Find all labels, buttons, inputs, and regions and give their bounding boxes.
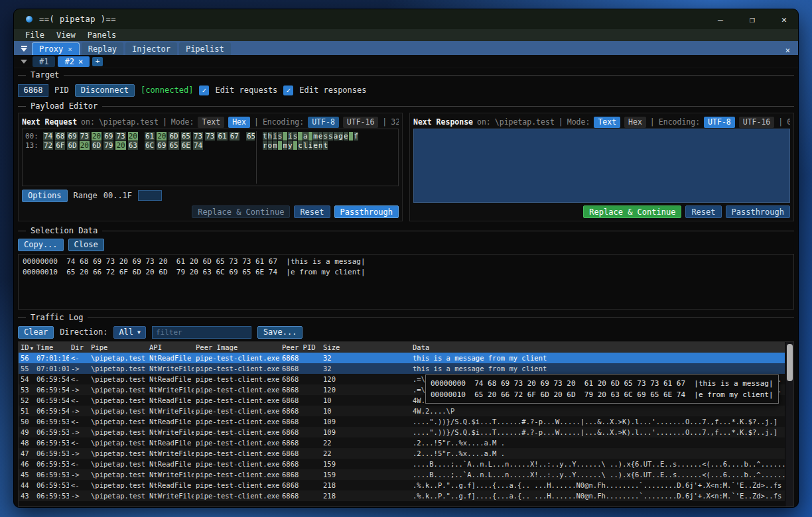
- session-tab-2[interactable]: #2 ×: [58, 56, 90, 67]
- response-utf16-toggle[interactable]: UTF-16: [739, 117, 775, 128]
- tab-injector[interactable]: Injector: [125, 42, 177, 55]
- range-input[interactable]: [138, 190, 162, 201]
- response-mode-hex-toggle[interactable]: Hex: [624, 117, 646, 128]
- menu-view[interactable]: View: [50, 30, 82, 40]
- collapse-tabs-icon[interactable]: [18, 42, 30, 54]
- table-row[interactable]: 5006:59:53<-\pipetap.testNtReadFilepipe-…: [19, 416, 785, 427]
- request-reset-button[interactable]: Reset: [294, 205, 330, 218]
- hex-byte[interactable]: 73: [115, 132, 125, 141]
- response-replace-continue-button[interactable]: Replace & Continue: [583, 205, 681, 218]
- response-mode-text-toggle[interactable]: Text: [594, 117, 620, 128]
- hex-byte[interactable]: 20: [115, 141, 125, 150]
- edit-responses-checkbox[interactable]: ✓: [283, 86, 293, 95]
- save-button[interactable]: Save...: [257, 326, 303, 339]
- hex-byte[interactable]: 65: [181, 132, 191, 141]
- panel-close-icon[interactable]: ×: [780, 46, 795, 55]
- hex-byte[interactable]: 69: [103, 132, 113, 141]
- request-utf16-toggle[interactable]: UTF-16: [343, 117, 379, 128]
- hex-byte[interactable]: 6C: [145, 141, 155, 150]
- request-passthrough-button[interactable]: Passthrough: [334, 205, 399, 218]
- hex-byte[interactable]: 63: [128, 141, 138, 150]
- session-tab-2-close-icon[interactable]: ×: [78, 57, 83, 66]
- hex-byte[interactable]: 6E: [181, 141, 191, 150]
- request-hex-editor[interactable]: 00:746869732069732061206D657373616765206…: [22, 129, 399, 186]
- table-row[interactable]: 4606:59:53<-\pipetap.testNtReadFilepipe-…: [19, 459, 785, 469]
- selection-hexdump[interactable]: 00000000 74 68 69 73 20 69 73 20 61 20 6…: [18, 254, 794, 310]
- hex-byte[interactable]: 61: [217, 132, 227, 141]
- pid-input[interactable]: 6868: [18, 84, 48, 97]
- column-header-id[interactable]: ID▼: [19, 343, 34, 351]
- hex-byte[interactable]: 65: [246, 132, 255, 141]
- hex-byte[interactable]: 73: [193, 132, 203, 141]
- maximize-button[interactable]: ❐: [746, 15, 758, 25]
- response-text-editor[interactable]: [413, 129, 790, 203]
- copy-button[interactable]: Copy...: [18, 239, 64, 251]
- response-reset-button[interactable]: Reset: [685, 205, 721, 218]
- column-header-dir[interactable]: Dir: [69, 343, 89, 351]
- direction-dropdown[interactable]: All ▼: [113, 326, 146, 339]
- column-header-data[interactable]: Data: [411, 343, 785, 351]
- table-scrollbar[interactable]: [785, 342, 793, 506]
- hex-byte[interactable]: 20: [92, 132, 102, 141]
- hex-byte[interactable]: 73: [205, 132, 215, 141]
- minimize-button[interactable]: –: [714, 15, 726, 25]
- table-scrollbar-thumb[interactable]: [787, 344, 793, 381]
- table-row[interactable]: 4506:59:53->\pipetap.testNtWriteFilepipe…: [19, 469, 785, 480]
- request-replace-continue-button[interactable]: Replace & Continue: [192, 205, 290, 218]
- clear-button[interactable]: Clear: [18, 326, 54, 339]
- menu-panels[interactable]: Panels: [82, 30, 122, 40]
- column-header-peer-image[interactable]: Peer Image: [194, 343, 280, 351]
- hex-byte[interactable]: 69: [67, 132, 77, 141]
- table-row[interactable]: 5607:01:16<-\pipetap.testNtReadFilepipe-…: [19, 353, 785, 363]
- table-row[interactable]: 4306:59:53->\pipetap.testNtWriteFilepipe…: [19, 490, 785, 501]
- request-utf8-toggle[interactable]: UTF-8: [308, 117, 339, 128]
- hex-text-preview[interactable]: this is a message from my client: [258, 131, 395, 184]
- tab-pipelist[interactable]: Pipelist: [179, 42, 231, 55]
- hex-byte[interactable]: 72: [43, 141, 53, 150]
- hex-byte[interactable]: 6D: [92, 141, 102, 150]
- close-button[interactable]: ✕: [778, 15, 790, 25]
- table-row[interactable]: 5507:01:01->\pipetap.testNtWriteFilepipe…: [19, 363, 785, 374]
- column-header-size[interactable]: Size: [321, 343, 411, 351]
- collapse-sessions-icon[interactable]: [21, 60, 27, 64]
- hex-byte[interactable]: 69: [157, 141, 167, 150]
- response-utf8-toggle[interactable]: UTF-8: [704, 117, 735, 128]
- filter-input[interactable]: [152, 326, 251, 339]
- response-passthrough-button[interactable]: Passthrough: [726, 205, 790, 218]
- table-row[interactable]: 4406:59:53<-\pipetap.testNtReadFilepipe-…: [19, 480, 785, 490]
- tab-proxy-close-icon[interactable]: ×: [68, 45, 72, 54]
- table-row[interactable]: 4906:59:53->\pipetap.testNtWriteFilepipe…: [19, 427, 785, 437]
- edit-requests-checkbox[interactable]: ✓: [199, 86, 209, 95]
- tab-proxy[interactable]: Proxy ×: [32, 42, 80, 55]
- request-mode-text-toggle[interactable]: Text: [198, 117, 224, 128]
- column-header-pipe[interactable]: Pipe: [89, 343, 147, 351]
- column-header-peer-pid[interactable]: Peer PID: [280, 343, 321, 351]
- disconnect-button[interactable]: Disconnect: [75, 84, 135, 97]
- hex-byte[interactable]: 20: [80, 141, 90, 150]
- options-button[interactable]: Options: [22, 190, 68, 202]
- hex-byte[interactable]: 61: [145, 132, 155, 141]
- hex-byte[interactable]: 6D: [169, 132, 178, 141]
- hex-byte[interactable]: 20: [128, 132, 138, 141]
- hex-byte[interactable]: 74: [43, 132, 53, 141]
- table-row[interactable]: 4806:59:53<-\pipetap.testNtReadFilepipe-…: [19, 437, 785, 448]
- hex-byte[interactable]: 67: [230, 132, 239, 141]
- table-row[interactable]: 5106:59:54->\pipetap.testNtWriteFilepipe…: [19, 406, 785, 416]
- menu-file[interactable]: File: [19, 30, 50, 40]
- column-header-api[interactable]: API: [147, 343, 194, 351]
- hex-byte[interactable]: 20: [157, 132, 167, 141]
- hex-byte[interactable]: 74: [193, 141, 203, 150]
- session-tab-1[interactable]: #1: [33, 56, 55, 67]
- hex-bytes-column[interactable]: 00:746869732069732061206D657373616765206…: [25, 131, 255, 184]
- add-session-button[interactable]: +: [92, 57, 103, 66]
- hex-byte[interactable]: 65: [169, 141, 178, 150]
- hex-byte[interactable]: 68: [55, 132, 65, 141]
- table-row[interactable]: 4706:59:53->\pipetap.testNtWriteFilepipe…: [19, 448, 785, 459]
- request-mode-hex-toggle[interactable]: Hex: [228, 117, 250, 128]
- tab-replay[interactable]: Replay: [82, 42, 123, 55]
- close-selection-button[interactable]: Close: [68, 239, 104, 251]
- column-header-time[interactable]: Time: [34, 343, 69, 351]
- hex-byte[interactable]: 79: [103, 141, 113, 150]
- hex-byte[interactable]: 6F: [55, 141, 65, 150]
- hex-byte[interactable]: 6D: [67, 141, 77, 150]
